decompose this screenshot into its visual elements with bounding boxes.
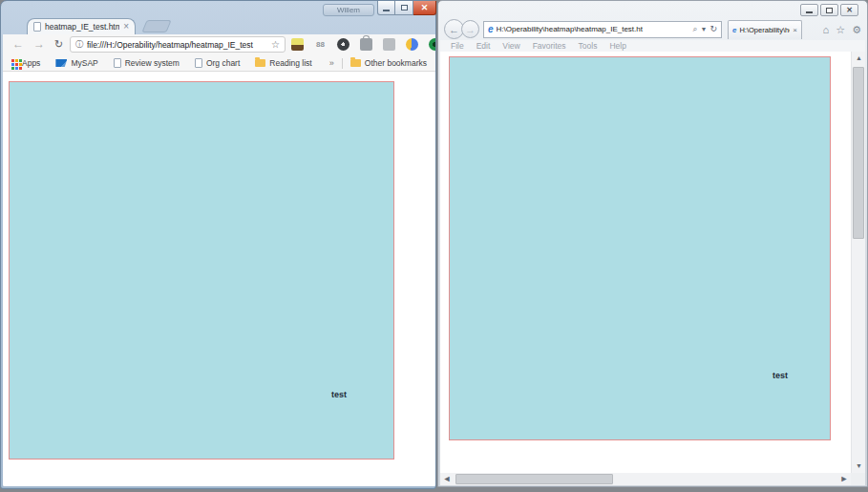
- apps-grid-icon: [11, 59, 14, 62]
- chrome-window-controls: ✕: [377, 1, 436, 15]
- url-text[interactable]: file:///H:/Operability/heatmap/heatmap_I…: [87, 40, 267, 50]
- minimize-button[interactable]: [800, 4, 818, 16]
- extension-icons: 88: [291, 38, 435, 51]
- ie-navigation-bar: ← → e H:\Operability\heatmap\heatmap_IE_…: [444, 19, 861, 39]
- chevron-down-icon[interactable]: ▼: [701, 25, 708, 33]
- close-icon: ✕: [846, 7, 853, 14]
- gear-icon[interactable]: ⚙: [852, 24, 861, 35]
- ie-page-content: test ▲ ▼: [440, 52, 865, 473]
- other-bookmarks-button[interactable]: Other bookmarks: [350, 58, 427, 68]
- url-text[interactable]: H:\Operability\heatmap\heatmap_IE_test.h…: [497, 25, 690, 33]
- extension-2-icon[interactable]: 88: [314, 38, 327, 51]
- tab-title: heatmap_IE_test.html: [45, 22, 119, 32]
- close-button[interactable]: ✕: [840, 4, 858, 16]
- bookmark-label: Apps: [22, 58, 40, 68]
- home-icon[interactable]: ⌂: [823, 24, 830, 35]
- menu-help[interactable]: Help: [609, 41, 625, 51]
- bookmark-label: MySAP: [71, 58, 97, 68]
- other-bookmarks-label: Other bookmarks: [365, 58, 427, 68]
- restore-icon: [826, 8, 833, 13]
- bookmark-label: Reading list: [269, 58, 311, 68]
- tab-close-icon[interactable]: ×: [123, 22, 129, 32]
- bookmark-reading-list[interactable]: Reading list: [255, 58, 311, 68]
- close-icon: ✕: [421, 4, 429, 12]
- scroll-left-icon[interactable]: ◄: [440, 473, 454, 485]
- bookmarks-bar: Apps MySAP Review system Org chart Readi…: [3, 55, 435, 72]
- refresh-icon[interactable]: ↻: [709, 25, 717, 33]
- browser-tab[interactable]: heatmap_IE_test.html ×: [27, 18, 136, 34]
- restore-icon: [401, 5, 408, 11]
- tab-title: H:\Operability\heatm...: [739, 26, 790, 34]
- reload-button[interactable]: ↻: [54, 37, 63, 52]
- scroll-down-icon[interactable]: ▼: [852, 460, 865, 473]
- menu-favorites[interactable]: Favorites: [533, 41, 566, 51]
- chrome-profile-button[interactable]: Willem: [323, 4, 374, 16]
- ie-window: ✕ ← → e H:\Operability\heatmap\heatmap_I…: [437, 0, 868, 487]
- folder-icon: [255, 59, 265, 67]
- chrome-window: Willem ✕ heatmap_IE_test.html × ← → ↻ ⓘ …: [0, 0, 436, 489]
- scroll-right-icon[interactable]: ►: [837, 473, 851, 485]
- bookmark-review-system[interactable]: Review system: [114, 58, 180, 68]
- scroll-up-icon[interactable]: ▲: [852, 52, 865, 65]
- bookmark-label: Review system: [125, 58, 180, 68]
- minimize-icon: [383, 10, 390, 11]
- page-icon: [195, 58, 202, 68]
- vertical-scrollbar-thumb[interactable]: [853, 67, 864, 239]
- menu-tools[interactable]: Tools: [579, 41, 598, 51]
- menu-edit[interactable]: Edit: [476, 41, 491, 51]
- favorites-star-icon[interactable]: ☆: [836, 24, 845, 35]
- restore-button[interactable]: [820, 4, 838, 16]
- menu-view[interactable]: View: [502, 41, 519, 51]
- bookmarks-overflow-chevron[interactable]: »: [329, 58, 334, 68]
- bookmark-label: Org chart: [206, 58, 240, 68]
- browser-tab[interactable]: e H:\Operability\heatm... ×: [728, 20, 802, 39]
- ie-logo-icon: e: [732, 26, 736, 35]
- bookmark-mysap[interactable]: MySAP: [55, 58, 97, 68]
- heatmap-test-label: test: [331, 390, 347, 399]
- horizontal-scrollbar[interactable]: ◄ ►: [440, 473, 851, 485]
- chrome-toolbar: ← → ↻ ⓘ file:///H:/Operability/heatmap/h…: [3, 34, 435, 55]
- extension-6-icon[interactable]: [406, 38, 418, 51]
- page-favicon-icon: [33, 22, 41, 32]
- forward-button[interactable]: →: [33, 37, 45, 52]
- bookmarks-divider: [342, 58, 343, 69]
- ie-window-controls: ✕: [800, 4, 858, 16]
- restore-button[interactable]: [395, 1, 413, 15]
- bookmark-apps[interactable]: Apps: [11, 58, 40, 68]
- extension-7-icon[interactable]: [429, 38, 435, 51]
- close-button[interactable]: ✕: [413, 1, 436, 15]
- vertical-scrollbar[interactable]: ▲ ▼: [851, 52, 865, 473]
- bookmark-star-icon[interactable]: ☆: [271, 40, 280, 50]
- menu-file[interactable]: File: [451, 41, 464, 51]
- bookmark-org-chart[interactable]: Org chart: [195, 58, 240, 68]
- chrome-page-content: test: [3, 72, 435, 486]
- sap-icon: [55, 59, 67, 67]
- extension-5-icon[interactable]: [383, 38, 395, 51]
- extension-4-icon[interactable]: [360, 38, 372, 51]
- ie-menu-bar: File Edit View Favorites Tools Help: [440, 40, 865, 52]
- heatmap-plot-area: test: [9, 81, 394, 460]
- folder-icon: [350, 59, 361, 67]
- info-icon[interactable]: ⓘ: [75, 39, 83, 50]
- extension-3-icon[interactable]: [337, 38, 349, 51]
- tab-close-icon[interactable]: ×: [793, 27, 797, 34]
- horizontal-scrollbar-thumb[interactable]: [455, 474, 613, 484]
- minimize-button[interactable]: [377, 1, 395, 15]
- address-bar[interactable]: ⓘ file:///H:/Operability/heatmap/heatmap…: [70, 36, 286, 53]
- minimize-icon: [806, 11, 813, 13]
- new-tab-button[interactable]: [141, 20, 171, 32]
- desktop: Willem ✕ heatmap_IE_test.html × ← → ↻ ⓘ …: [0, 0, 868, 492]
- search-icon[interactable]: ⌕: [692, 25, 697, 33]
- forward-button[interactable]: →: [461, 20, 479, 38]
- back-button[interactable]: ←: [12, 37, 24, 52]
- extension-1-icon[interactable]: [291, 38, 304, 51]
- heatmap-test-label: test: [773, 371, 788, 380]
- page-icon: [114, 58, 121, 68]
- scrollbar-corner: [851, 473, 865, 485]
- chrome-panel: ← → ↻ ⓘ file:///H:/Operability/heatmap/h…: [3, 34, 435, 486]
- heatmap-plot-area: test: [449, 56, 831, 440]
- ie-logo-icon: e: [488, 25, 494, 34]
- address-bar[interactable]: e H:\Operability\heatmap\heatmap_IE_test…: [483, 21, 722, 38]
